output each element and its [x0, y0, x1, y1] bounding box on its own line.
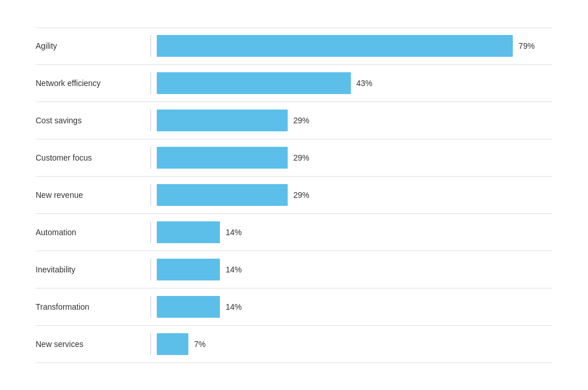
- bar-value-label: 14%: [226, 265, 242, 274]
- row-label: Agility: [36, 41, 150, 50]
- bar: [157, 221, 220, 243]
- bar-area: 7%: [150, 333, 552, 355]
- row-label: Automation: [36, 228, 150, 237]
- chart-row: Cost savings29%: [36, 102, 552, 139]
- bar: [157, 259, 220, 280]
- bar: [157, 72, 351, 94]
- row-label: Network efficiency: [36, 79, 150, 88]
- bar-area: 14%: [150, 259, 552, 280]
- chart-row: Customer focus29%: [36, 139, 552, 177]
- row-label: Cost savings: [36, 116, 150, 125]
- bar-value-label: 29%: [293, 153, 310, 162]
- chart-row: Automation14%: [36, 214, 552, 251]
- chart-row: New services7%: [36, 326, 552, 363]
- bar-area: 29%: [150, 147, 552, 169]
- chart-row: Transformation14%: [36, 288, 552, 326]
- bar-area: 14%: [150, 296, 552, 318]
- bar-area: 29%: [150, 110, 552, 131]
- bar-area: 29%: [150, 184, 552, 206]
- row-label: Transformation: [36, 302, 150, 311]
- row-label: New revenue: [36, 190, 150, 200]
- bar: [157, 184, 288, 206]
- chart-row: New revenue29%: [36, 177, 552, 214]
- bar-value-label: 29%: [293, 116, 310, 125]
- row-label: Inevitability: [36, 265, 150, 274]
- bar-value-label: 14%: [226, 302, 242, 311]
- bar-value-label: 79%: [519, 41, 535, 50]
- bar-area: 43%: [150, 72, 552, 94]
- bar-chart: Agility79%Network efficiency43%Cost savi…: [18, 16, 570, 375]
- bar-area: 79%: [150, 35, 552, 57]
- row-label: Customer focus: [36, 153, 150, 162]
- bar: [157, 147, 288, 169]
- bar-value-label: 7%: [194, 340, 206, 349]
- bar-value-label: 29%: [293, 190, 310, 200]
- bar: [157, 296, 220, 318]
- bar: [157, 35, 513, 57]
- bar-area: 14%: [150, 221, 552, 243]
- bar-value-label: 43%: [357, 79, 373, 88]
- chart-row: Agility79%: [36, 28, 552, 65]
- row-label: New services: [36, 340, 150, 349]
- bar-value-label: 14%: [226, 228, 242, 237]
- bar: [157, 333, 188, 355]
- chart-row: Inevitability14%: [36, 251, 552, 288]
- chart-row: Network efficiency43%: [36, 65, 552, 102]
- bar: [157, 110, 288, 131]
